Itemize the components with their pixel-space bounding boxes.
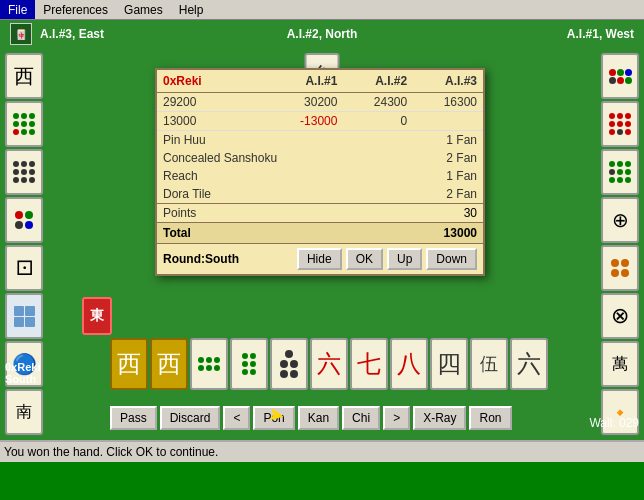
right-tile-1 <box>601 53 639 99</box>
player-west-label: A.I.#1, West <box>567 27 634 41</box>
game-area: 弁 西 ⚀ <box>0 48 644 440</box>
score-cell-ai2-1: 24300 <box>337 95 407 109</box>
menubar: File Preferences Games Help <box>0 0 644 20</box>
score-header-ai3: A.I.#3 <box>407 74 477 88</box>
player-bottom-info: 0xReki South <box>5 361 40 385</box>
hand-tile-1[interactable]: 西 <box>110 338 148 390</box>
hide-button[interactable]: Hide <box>297 248 342 270</box>
left-tile-2 <box>5 101 43 147</box>
down-button[interactable]: Down <box>426 248 477 270</box>
hand-tile-5[interactable] <box>270 338 308 390</box>
ok-button[interactable]: OK <box>346 248 383 270</box>
status-message: You won the hand. Click OK to continue. <box>4 445 218 459</box>
right-tile-2 <box>601 101 639 147</box>
right-tile-4: ⊕ <box>601 197 639 243</box>
fan-row-1: Pin Huu 1 Fan <box>157 131 483 149</box>
score-header-row: 0xReki A.I.#1 A.I.#2 A.I.#3 <box>157 70 483 93</box>
kan-button[interactable]: Kan <box>298 406 339 430</box>
hand-tile-3[interactable] <box>190 338 228 390</box>
pass-button[interactable]: Pass <box>110 406 157 430</box>
score-cell-ai1-2: -13000 <box>268 114 338 128</box>
menu-games[interactable]: Games <box>116 0 171 19</box>
hand-tile-6[interactable]: 六 <box>310 338 348 390</box>
score-header-ai2: A.I.#2 <box>337 74 407 88</box>
menu-help[interactable]: Help <box>171 0 212 19</box>
dialog-footer: Round:South Hide OK Up Down <box>157 243 483 274</box>
player-east-label: A.I.#3, East <box>40 27 104 41</box>
titlebar: 🀄 A.I.#3, East A.I.#2, North A.I.#1, Wes… <box>0 20 644 48</box>
player-north-label: A.I.#2, North <box>287 27 358 41</box>
right-tile-5 <box>601 245 639 291</box>
score-cell-ai2-2: 0 <box>337 114 407 128</box>
prev-button[interactable]: < <box>223 406 250 430</box>
up-button[interactable]: Up <box>387 248 422 270</box>
fan-label-3: Reach <box>163 169 320 183</box>
fan-value-1: 1 Fan <box>399 133 478 147</box>
hand-tile-10[interactable]: 伍 <box>470 338 508 390</box>
menu-file[interactable]: File <box>0 0 35 19</box>
right-tile-6: ⊗ <box>601 293 639 339</box>
wall-count: Wall: 029 <box>589 416 639 430</box>
menu-preferences[interactable]: Preferences <box>35 0 116 19</box>
left-tile-3 <box>5 149 43 195</box>
total-label: Total <box>163 226 372 240</box>
left-tile-4 <box>5 197 43 243</box>
score-cell-self-1: 29200 <box>163 95 268 109</box>
discard-button[interactable]: Discard <box>160 406 221 430</box>
left-tile-1: 西 <box>5 53 43 99</box>
score-header-ai1: A.I.#1 <box>268 74 338 88</box>
hand-tile-7[interactable]: 七 <box>350 338 388 390</box>
fan-label-2: Concealed Sanshoku <box>163 151 320 165</box>
score-cell-ai1-1: 30200 <box>268 95 338 109</box>
fan-row-2: Concealed Sanshoku 2 Fan <box>157 149 483 167</box>
score-row-1: 29200 30200 24300 16300 <box>157 93 483 112</box>
ron-button[interactable]: Ron <box>469 406 511 430</box>
left-tile-5: ⚀ <box>5 245 43 291</box>
hand-tiles: 西 西 六 七 八 四 伍 六 <box>110 338 548 390</box>
fan-label-4: Dora Tile <box>163 187 320 201</box>
score-dialog: 0xReki A.I.#1 A.I.#2 A.I.#3 29200 30200 … <box>155 68 485 276</box>
fan-value-3: 1 Fan <box>399 169 478 183</box>
fan-value-2: 2 Fan <box>399 151 478 165</box>
score-row-2: 13000 -13000 0 <box>157 112 483 131</box>
game-logo: 🀄 <box>10 23 32 45</box>
red-tile-indicator: 東 <box>82 297 112 335</box>
points-value: 30 <box>372 206 477 220</box>
score-cell-ai3-1: 16300 <box>407 95 477 109</box>
fan-row-4: Dora Tile 2 Fan <box>157 185 483 203</box>
hand-tile-11[interactable]: 六 <box>510 338 548 390</box>
hand-tile-9[interactable]: 四 <box>430 338 468 390</box>
player-wind: South <box>5 373 40 385</box>
chi-button[interactable]: Chi <box>342 406 380 430</box>
points-label: Points <box>163 206 372 220</box>
left-tile-6 <box>5 293 43 339</box>
statusbar: You won the hand. Click OK to continue. <box>0 440 644 462</box>
fan-label-1: Pin Huu <box>163 133 320 147</box>
xray-button[interactable]: X-Ray <box>413 406 466 430</box>
points-row: Points 30 <box>157 203 483 222</box>
fan-value-4: 2 Fan <box>399 187 478 201</box>
next-button[interactable]: > <box>383 406 410 430</box>
hand-tile-8[interactable]: 八 <box>390 338 428 390</box>
hand-tile-4[interactable] <box>230 338 268 390</box>
player-name: 0xReki <box>5 361 40 373</box>
score-cell-self-2: 13000 <box>163 114 268 128</box>
score-header-self: 0xReki <box>163 74 268 88</box>
right-tile-3 <box>601 149 639 195</box>
fan-row-3: Reach 1 Fan <box>157 167 483 185</box>
round-info: Round:South <box>163 252 293 266</box>
right-tiles: ⊕ ⊗ 萬 🔸 <box>601 53 639 435</box>
score-cell-ai3-2 <box>407 114 477 128</box>
total-row: Total 13000 <box>157 222 483 243</box>
right-tile-7: 萬 <box>601 341 639 387</box>
action-buttons-bar: Pass Discard < Pon Kan Chi > X-Ray Ron <box>0 406 644 430</box>
total-value: 13000 <box>372 226 477 240</box>
hand-tile-2[interactable]: 西 <box>150 338 188 390</box>
